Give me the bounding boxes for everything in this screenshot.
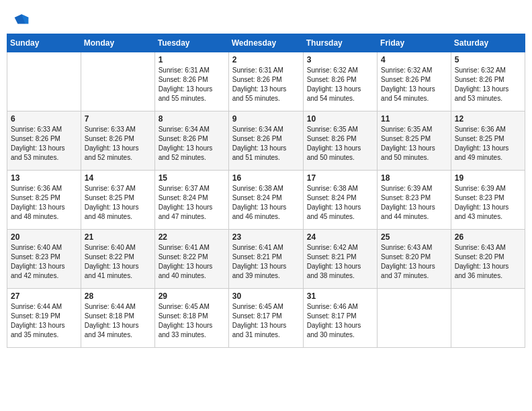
day-number: 9	[232, 114, 300, 124]
day-number: 7	[85, 114, 151, 124]
logo	[13, 12, 32, 28]
day-info: Sunrise: 6:41 AM Sunset: 8:21 PM Dayligh…	[232, 243, 300, 281]
calendar-cell: 8Sunrise: 6:34 AM Sunset: 8:26 PM Daylig…	[154, 111, 228, 171]
calendar-cell	[7, 52, 81, 111]
day-number: 29	[159, 291, 225, 301]
day-info: Sunrise: 6:34 AM Sunset: 8:26 PM Dayligh…	[159, 125, 225, 163]
calendar-cell: 23Sunrise: 6:41 AM Sunset: 8:21 PM Dayli…	[228, 230, 303, 289]
weekday-header-thursday: Thursday	[303, 34, 377, 52]
day-info: Sunrise: 6:39 AM Sunset: 8:23 PM Dayligh…	[381, 184, 447, 222]
day-info: Sunrise: 6:37 AM Sunset: 8:24 PM Dayligh…	[159, 184, 225, 222]
day-number: 21	[85, 232, 151, 242]
day-info: Sunrise: 6:36 AM Sunset: 8:25 PM Dayligh…	[11, 184, 77, 222]
calendar-cell	[81, 52, 154, 111]
weekday-header-saturday: Saturday	[451, 34, 525, 52]
day-info: Sunrise: 6:33 AM Sunset: 8:26 PM Dayligh…	[85, 125, 151, 163]
day-info: Sunrise: 6:43 AM Sunset: 8:20 PM Dayligh…	[381, 243, 447, 281]
weekday-header-monday: Monday	[81, 34, 154, 52]
calendar-cell: 31Sunrise: 6:46 AM Sunset: 8:17 PM Dayli…	[303, 289, 377, 348]
day-number: 19	[455, 173, 521, 183]
day-info: Sunrise: 6:42 AM Sunset: 8:21 PM Dayligh…	[307, 243, 373, 281]
day-info: Sunrise: 6:34 AM Sunset: 8:26 PM Dayligh…	[232, 125, 300, 163]
day-number: 3	[307, 55, 373, 64]
day-info: Sunrise: 6:40 AM Sunset: 8:23 PM Dayligh…	[11, 243, 77, 281]
calendar-cell: 18Sunrise: 6:39 AM Sunset: 8:23 PM Dayli…	[378, 171, 451, 230]
day-number: 8	[159, 114, 225, 124]
calendar-cell: 28Sunrise: 6:44 AM Sunset: 8:18 PM Dayli…	[81, 289, 154, 348]
day-number: 4	[381, 55, 447, 64]
page-header	[7, 7, 525, 31]
day-info: Sunrise: 6:38 AM Sunset: 8:24 PM Dayligh…	[232, 184, 300, 222]
calendar-week-3: 13Sunrise: 6:36 AM Sunset: 8:25 PM Dayli…	[7, 171, 525, 230]
day-number: 31	[307, 291, 373, 301]
day-info: Sunrise: 6:38 AM Sunset: 8:24 PM Dayligh…	[307, 184, 373, 222]
calendar-week-5: 27Sunrise: 6:44 AM Sunset: 8:19 PM Dayli…	[7, 289, 525, 348]
day-number: 20	[11, 232, 77, 242]
day-number: 28	[85, 291, 151, 301]
weekday-header-friday: Friday	[378, 34, 451, 52]
calendar-cell: 22Sunrise: 6:41 AM Sunset: 8:22 PM Dayli…	[154, 230, 228, 289]
day-number: 17	[307, 173, 373, 183]
day-number: 30	[232, 291, 300, 301]
day-number: 14	[85, 173, 151, 183]
calendar-cell: 19Sunrise: 6:39 AM Sunset: 8:23 PM Dayli…	[451, 171, 525, 230]
day-info: Sunrise: 6:32 AM Sunset: 8:26 PM Dayligh…	[381, 66, 447, 103]
calendar-cell: 16Sunrise: 6:38 AM Sunset: 8:24 PM Dayli…	[228, 171, 303, 230]
day-number: 27	[11, 291, 77, 301]
day-info: Sunrise: 6:37 AM Sunset: 8:25 PM Dayligh…	[85, 184, 151, 222]
day-number: 2	[232, 55, 300, 64]
day-number: 11	[381, 114, 447, 124]
day-info: Sunrise: 6:43 AM Sunset: 8:20 PM Dayligh…	[455, 243, 521, 281]
day-number: 15	[159, 173, 225, 183]
day-number: 22	[159, 232, 225, 242]
day-info: Sunrise: 6:33 AM Sunset: 8:26 PM Dayligh…	[11, 125, 77, 163]
day-info: Sunrise: 6:44 AM Sunset: 8:19 PM Dayligh…	[11, 302, 77, 340]
calendar-cell: 29Sunrise: 6:45 AM Sunset: 8:18 PM Dayli…	[154, 289, 228, 348]
day-number: 5	[455, 55, 521, 64]
calendar-week-4: 20Sunrise: 6:40 AM Sunset: 8:23 PM Dayli…	[7, 230, 525, 289]
day-info: Sunrise: 6:39 AM Sunset: 8:23 PM Dayligh…	[455, 184, 521, 222]
logo-icon	[13, 12, 30, 28]
calendar-cell: 13Sunrise: 6:36 AM Sunset: 8:25 PM Dayli…	[7, 171, 81, 230]
day-number: 24	[307, 232, 373, 242]
day-number: 26	[455, 232, 521, 242]
weekday-header-tuesday: Tuesday	[154, 34, 228, 52]
day-number: 25	[381, 232, 447, 242]
day-info: Sunrise: 6:32 AM Sunset: 8:26 PM Dayligh…	[307, 66, 373, 103]
weekday-header-row: SundayMondayTuesdayWednesdayThursdayFrid…	[7, 34, 525, 52]
calendar-cell: 4Sunrise: 6:32 AM Sunset: 8:26 PM Daylig…	[378, 52, 451, 111]
day-info: Sunrise: 6:45 AM Sunset: 8:18 PM Dayligh…	[159, 302, 225, 340]
day-info: Sunrise: 6:44 AM Sunset: 8:18 PM Dayligh…	[85, 302, 151, 340]
day-info: Sunrise: 6:31 AM Sunset: 8:26 PM Dayligh…	[232, 66, 300, 103]
calendar-week-2: 6Sunrise: 6:33 AM Sunset: 8:26 PM Daylig…	[7, 111, 525, 171]
calendar-cell: 11Sunrise: 6:35 AM Sunset: 8:25 PM Dayli…	[378, 111, 451, 171]
calendar-cell: 6Sunrise: 6:33 AM Sunset: 8:26 PM Daylig…	[7, 111, 81, 171]
weekday-header-wednesday: Wednesday	[228, 34, 303, 52]
calendar-cell: 25Sunrise: 6:43 AM Sunset: 8:20 PM Dayli…	[378, 230, 451, 289]
calendar-cell	[378, 289, 451, 348]
calendar-cell: 27Sunrise: 6:44 AM Sunset: 8:19 PM Dayli…	[7, 289, 81, 348]
calendar-cell: 12Sunrise: 6:36 AM Sunset: 8:25 PM Dayli…	[451, 111, 525, 171]
calendar-cell: 2Sunrise: 6:31 AM Sunset: 8:26 PM Daylig…	[228, 52, 303, 111]
day-number: 16	[232, 173, 300, 183]
calendar-cell: 17Sunrise: 6:38 AM Sunset: 8:24 PM Dayli…	[303, 171, 377, 230]
calendar-cell: 20Sunrise: 6:40 AM Sunset: 8:23 PM Dayli…	[7, 230, 81, 289]
day-info: Sunrise: 6:40 AM Sunset: 8:22 PM Dayligh…	[85, 243, 151, 281]
day-number: 1	[159, 55, 225, 64]
weekday-header-sunday: Sunday	[7, 34, 81, 52]
calendar-table: SundayMondayTuesdayWednesdayThursdayFrid…	[7, 34, 525, 348]
day-info: Sunrise: 6:45 AM Sunset: 8:17 PM Dayligh…	[232, 302, 300, 340]
day-info: Sunrise: 6:36 AM Sunset: 8:25 PM Dayligh…	[455, 125, 521, 163]
calendar-cell: 3Sunrise: 6:32 AM Sunset: 8:26 PM Daylig…	[303, 52, 377, 111]
calendar-cell: 15Sunrise: 6:37 AM Sunset: 8:24 PM Dayli…	[154, 171, 228, 230]
calendar-cell: 26Sunrise: 6:43 AM Sunset: 8:20 PM Dayli…	[451, 230, 525, 289]
day-number: 6	[11, 114, 77, 124]
calendar-cell	[451, 289, 525, 348]
calendar-cell: 5Sunrise: 6:32 AM Sunset: 8:26 PM Daylig…	[451, 52, 525, 111]
day-info: Sunrise: 6:46 AM Sunset: 8:17 PM Dayligh…	[307, 302, 373, 340]
day-number: 10	[307, 114, 373, 124]
calendar-cell: 21Sunrise: 6:40 AM Sunset: 8:22 PM Dayli…	[81, 230, 154, 289]
calendar-cell: 30Sunrise: 6:45 AM Sunset: 8:17 PM Dayli…	[228, 289, 303, 348]
day-number: 12	[455, 114, 521, 124]
day-info: Sunrise: 6:41 AM Sunset: 8:22 PM Dayligh…	[159, 243, 225, 281]
